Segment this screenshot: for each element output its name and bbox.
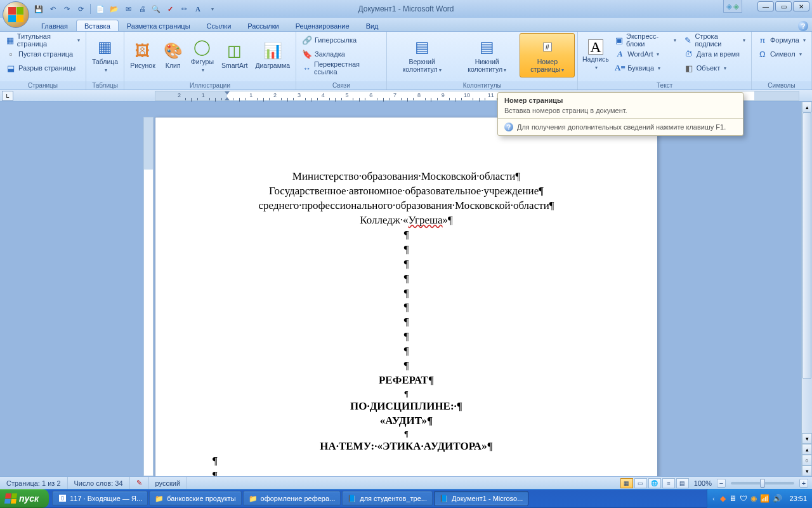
object-button[interactable]: ◧Объект▾ [681, 61, 749, 75]
view-outline[interactable]: ≡ [662, 478, 675, 488]
dropcap-button[interactable]: A≡Буквица▾ [612, 61, 679, 75]
taskbar-item-label: 117 · Входящие — Я... [70, 495, 142, 502]
view-web-layout[interactable]: 🌐 [648, 478, 661, 488]
zoom-out-button[interactable]: − [717, 479, 726, 488]
tab-mailings[interactable]: Рассылки [239, 20, 287, 31]
tab-references[interactable]: Ссылки [199, 20, 240, 31]
page[interactable]: Министерство·образования·Московской·обла… [155, 117, 658, 476]
picture-button[interactable]: 🖼Рисунок [127, 33, 159, 77]
zoom-in-button[interactable]: + [799, 479, 808, 488]
qat-customize-icon[interactable]: ▾ [206, 3, 218, 15]
header-button[interactable]: ▤Верхний колонтитул▾ [390, 33, 454, 77]
cover-page-icon: ▦ [6, 35, 15, 45]
tab-home[interactable]: Главная [33, 20, 76, 31]
scroll-down-icon[interactable]: ▾ [802, 433, 812, 444]
chart-button[interactable]: 📊Диаграмма [252, 33, 293, 77]
status-words[interactable]: Число слов: 34 [68, 477, 130, 489]
tab-page-layout[interactable]: Разметка страницы [119, 20, 199, 31]
empty-para: ¶ [213, 330, 600, 344]
redo-icon[interactable]: ↷ [61, 3, 72, 15]
mail-icon[interactable]: ✉ [122, 3, 134, 15]
symbol-button[interactable]: ΩСимвол▾ [754, 47, 809, 61]
smartart-button[interactable]: ◫SmartArt [218, 33, 251, 77]
doc-line-1: Министерство·образования·Московской·обла… [213, 170, 600, 184]
spelling-check-icon[interactable]: ✓ [164, 3, 176, 15]
vertical-ruler[interactable] [143, 117, 154, 476]
view-full-screen[interactable]: ▭ [634, 478, 647, 488]
equation-button[interactable]: πФормула▾ [754, 33, 809, 47]
taskbar-item[interactable]: 🅾117 · Входящие — Я... [52, 491, 148, 506]
new-icon[interactable]: 📄 [95, 3, 106, 15]
tray-icon[interactable]: ◉ [750, 494, 757, 503]
zoom-value[interactable]: 100% [694, 479, 712, 487]
tab-insert[interactable]: Вставка [76, 20, 119, 31]
vertical-scrollbar[interactable]: ▴ ▾ ▴ ○ ▾ [801, 102, 812, 476]
tray-clock[interactable]: 23:51 [789, 495, 807, 502]
taskbar-item[interactable]: 📘Документ1 - Microso... [434, 491, 528, 506]
tray-icon[interactable]: 🖥 [729, 494, 737, 503]
cover-page-button[interactable]: ▦Титульная страница▾ [3, 33, 83, 47]
browse-object-icon[interactable]: ○ [802, 455, 812, 465]
save-icon[interactable]: 💾 [33, 3, 44, 15]
page-number-button[interactable]: #Номер страницы▾ [520, 33, 575, 77]
repeat-icon[interactable]: ⟳ [75, 3, 86, 15]
empty-para: ¶ [213, 388, 600, 399]
close-button[interactable]: ✕ [793, 1, 809, 11]
status-page[interactable]: Страница: 1 из 2 [0, 477, 68, 489]
shapes-button[interactable]: ◯Фигуры▾ [188, 33, 217, 77]
status-proofing[interactable]: ✎ [130, 477, 149, 489]
font-button-icon[interactable]: A [192, 3, 204, 15]
tooltip-title: Номер страницы [498, 93, 743, 105]
tab-selector[interactable]: L [2, 91, 13, 101]
textbox-button[interactable]: AНадпись▾ [580, 33, 610, 77]
scroll-up-icon[interactable]: ▴ [802, 102, 812, 112]
footer-button[interactable]: ▤Нижний колонтитул▾ [455, 33, 518, 77]
quick-print-icon[interactable]: 🖨 [136, 3, 148, 15]
tray-volume-icon[interactable]: 🔊 [773, 494, 782, 503]
tray-icon[interactable]: 📶 [760, 494, 769, 503]
taskbar-item[interactable]: 📁банковские продукты [149, 491, 241, 506]
hyperlink-button[interactable]: 🔗Гиперссылка [299, 33, 384, 47]
helper-icon-2[interactable]: ◈ [733, 2, 739, 11]
empty-para: ¶ [213, 300, 600, 315]
minimize-button[interactable]: — [757, 1, 774, 11]
status-language[interactable]: русский [149, 477, 187, 489]
prev-page-icon[interactable]: ▴ [802, 444, 812, 455]
start-button[interactable]: пуск [0, 489, 49, 508]
view-print-layout[interactable]: ▦ [620, 478, 633, 488]
zoom-slider-thumb[interactable] [760, 479, 765, 488]
crossref-button[interactable]: ↔Перекрестная ссылка [299, 61, 384, 75]
bookmark-button[interactable]: 🔖Закладка [299, 47, 384, 61]
page-break-button[interactable]: ⬓Разрыв страницы [3, 61, 83, 75]
taskbar-item[interactable]: 📁оформление рефера... [243, 491, 341, 506]
helper-icon-1[interactable]: ◈ [726, 2, 732, 11]
hyperlink-icon: 🔗 [302, 35, 312, 45]
wordart-button[interactable]: AWordArt▾ [612, 47, 679, 61]
draw-table-icon[interactable]: ✏ [178, 3, 190, 15]
taskbar-item[interactable]: 📘для студентов_тре... [342, 491, 433, 506]
datetime-button[interactable]: ⏱Дата и время [681, 47, 749, 61]
next-page-icon[interactable]: ▾ [802, 465, 812, 476]
table-button[interactable]: ▦ Таблица▾ [89, 33, 121, 77]
tray-icon[interactable]: ◆ [720, 494, 726, 503]
object-icon: ◧ [684, 63, 694, 73]
tab-review[interactable]: Рецензирование [287, 20, 358, 31]
quickparts-button[interactable]: ▣Экспресс-блоки▾ [612, 33, 679, 47]
blank-page-button[interactable]: ▫Пустая страница [3, 47, 83, 61]
zoom-slider[interactable] [731, 482, 794, 485]
undo-icon[interactable]: ↶ [47, 3, 58, 15]
tab-view[interactable]: Вид [358, 20, 387, 31]
scroll-thumb[interactable] [802, 112, 811, 379]
ribbon: ▦Титульная страница▾ ▫Пустая страница ⬓Р… [0, 32, 812, 90]
tray-expand-icon[interactable]: ‹ [712, 495, 714, 502]
office-button[interactable] [3, 1, 29, 28]
tray-icon[interactable]: 🛡 [740, 494, 747, 503]
print-preview-icon[interactable]: 🔍 [150, 3, 162, 15]
help-icon[interactable]: ? [798, 21, 808, 31]
open-icon[interactable]: 📂 [108, 3, 120, 15]
group-illustrations: 🖼Рисунок 🎨Клип ◯Фигуры▾ ◫SmartArt 📊Диагр… [124, 32, 296, 90]
signature-line-button[interactable]: ✎Строка подписи▾ [681, 33, 749, 47]
clipart-button[interactable]: 🎨Клип [160, 33, 187, 77]
restore-button[interactable]: ▭ [775, 1, 792, 11]
view-draft[interactable]: ▤ [676, 478, 689, 488]
